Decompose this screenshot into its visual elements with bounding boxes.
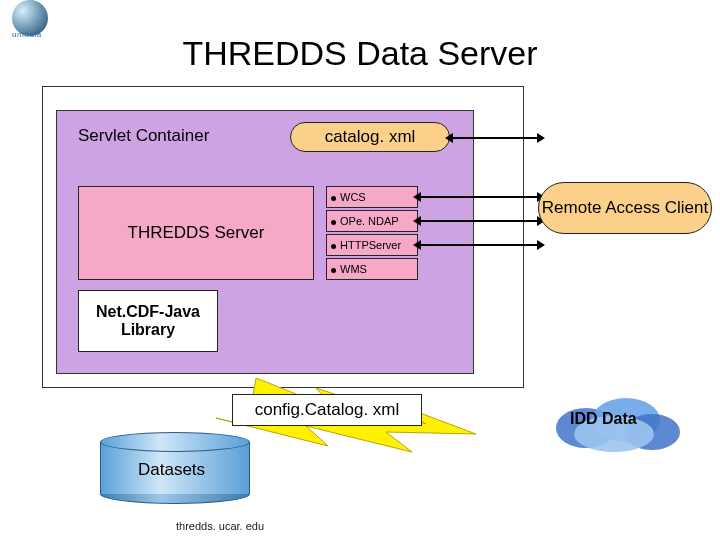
idd-data-label: IDD Data bbox=[570, 410, 637, 428]
service-label: WMS bbox=[340, 263, 367, 275]
bullet-icon bbox=[331, 244, 336, 249]
arrow-catalog-remote bbox=[452, 137, 538, 139]
arrow-wcs-remote bbox=[420, 196, 538, 198]
thredds-server-box: THREDDS Server bbox=[78, 186, 314, 280]
service-label: HTTPServer bbox=[340, 239, 401, 251]
remote-label: Remote Access Client bbox=[542, 198, 708, 218]
service-opendap: OPe. NDAP bbox=[326, 210, 418, 232]
service-label: OPe. NDAP bbox=[340, 215, 399, 227]
config-label: config.Catalog. xml bbox=[255, 400, 400, 420]
arrow-opendap-remote bbox=[420, 220, 538, 222]
service-wcs: WCS bbox=[326, 186, 418, 208]
bullet-icon bbox=[331, 196, 336, 201]
netcdf-java-box: Net.CDF-Java Library bbox=[78, 290, 218, 352]
config-catalog-xml-box: config.Catalog. xml bbox=[232, 394, 422, 426]
remote-access-client-box: Remote Access Client bbox=[538, 182, 712, 234]
bullet-icon bbox=[331, 268, 336, 273]
datasets-label: Datasets bbox=[138, 460, 205, 480]
page-title: THREDDS Data Server bbox=[0, 34, 720, 73]
catalog-xml-box: catalog. xml bbox=[290, 122, 450, 152]
arrow-http-remote bbox=[420, 244, 538, 246]
service-wms: WMS bbox=[326, 258, 418, 280]
bullet-icon bbox=[331, 220, 336, 225]
servlet-container-label: Servlet Container bbox=[78, 126, 209, 146]
footer-url: thredds. ucar. edu bbox=[176, 520, 264, 532]
netcdf-label: Net.CDF-Java Library bbox=[79, 303, 217, 338]
service-label: WCS bbox=[340, 191, 366, 203]
service-httpserver: HTTPServer bbox=[326, 234, 418, 256]
